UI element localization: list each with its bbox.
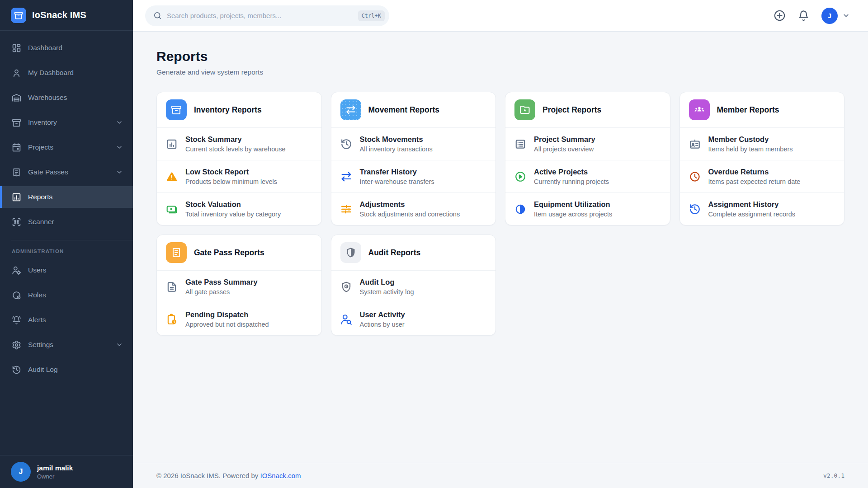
- sidebar-item-label: Scanner: [28, 218, 54, 226]
- card-title: Audit Reports: [368, 248, 421, 258]
- footer: © 2026 IoSnack IMS. Powered by IOSnack.c…: [133, 463, 868, 488]
- sliders-icon: [340, 203, 352, 215]
- card-header: Inventory Reports: [157, 92, 321, 128]
- users-group-icon: [689, 99, 710, 120]
- topbar: Ctrl+K J: [133, 0, 868, 32]
- user-name: jamil malik: [37, 464, 73, 472]
- report-link-low-stock[interactable]: Low Stock ReportProducts below minimum l…: [157, 160, 321, 193]
- sidebar-item-label: Settings: [28, 341, 53, 349]
- report-link-equipment-utilization[interactable]: Equipment UtilizationItem usage across p…: [505, 193, 670, 225]
- sidebar-item-alerts[interactable]: Alerts: [0, 309, 133, 331]
- sidebar-item-label: My Dashboard: [28, 69, 74, 77]
- report-link-overdue-returns[interactable]: Overdue ReturnsItems past expected retur…: [680, 160, 844, 193]
- sidebar-item-projects[interactable]: Projects: [0, 136, 133, 158]
- chevron-down-icon: [842, 12, 850, 19]
- play-circle-icon: [514, 171, 526, 183]
- sidebar-item-reports[interactable]: Reports: [0, 186, 133, 208]
- clipboard-clock-icon: [166, 314, 178, 325]
- bell-ring-icon: [12, 315, 21, 325]
- sidebar-item-label: Projects: [28, 143, 53, 151]
- card-title: Gate Pass Reports: [194, 248, 264, 258]
- card-title: Movement Reports: [368, 105, 440, 115]
- sidebar-item-dashboard[interactable]: Dashboard: [0, 37, 133, 59]
- quick-add-icon[interactable]: [774, 9, 786, 22]
- sidebar-item-audit-log[interactable]: Audit Log: [0, 359, 133, 380]
- iosnack-link[interactable]: IOSnack.com: [260, 472, 301, 479]
- scan-icon: [12, 217, 21, 227]
- report-link-assignment-history[interactable]: Assignment HistoryComplete assignment re…: [680, 193, 844, 225]
- archive-icon: [166, 99, 187, 120]
- sidebar-item-label: Users: [28, 266, 46, 274]
- report-link-project-summary[interactable]: Project SummaryAll projects overview: [505, 128, 670, 160]
- list-box-icon: [514, 138, 526, 150]
- alert-triangle-icon: [166, 171, 178, 183]
- card-header: Member Reports: [680, 92, 844, 128]
- report-cards-grid: Inventory Reports Stock SummaryCurrent s…: [156, 92, 844, 336]
- card-inventory-reports: Inventory Reports Stock SummaryCurrent s…: [156, 92, 322, 225]
- arrows-left-right-icon: [340, 171, 352, 183]
- folder-star-icon: [514, 99, 535, 120]
- card-title: Project Reports: [542, 105, 601, 115]
- warehouse-icon: [12, 93, 21, 103]
- avatar: J: [11, 462, 31, 482]
- sidebar-item-roles[interactable]: Roles: [0, 284, 133, 306]
- report-link-stock-movements[interactable]: Stock MovementsAll inventory transaction…: [331, 128, 496, 160]
- sidebar-item-settings[interactable]: Settings: [0, 334, 133, 356]
- search-shortcut-badge: Ctrl+K: [358, 10, 385, 21]
- pie-chart-icon: [514, 203, 526, 215]
- main-column: Ctrl+K J Reports Generate and view syste…: [133, 0, 868, 488]
- notifications-bell-icon[interactable]: [797, 9, 810, 22]
- report-link-gate-pass-summary[interactable]: Gate Pass SummaryAll gate passes: [157, 271, 321, 303]
- report-link-active-projects[interactable]: Active ProjectsCurrently running project…: [505, 160, 670, 193]
- history-icon: [12, 365, 21, 375]
- card-title: Inventory Reports: [194, 105, 262, 115]
- roles-badge-icon: [12, 291, 21, 300]
- app-name: IoSnack IMS: [32, 10, 86, 20]
- sidebar-item-scanner[interactable]: Scanner: [0, 211, 133, 233]
- file-text-icon: [166, 281, 178, 293]
- sidebar-item-my-dashboard[interactable]: My Dashboard: [0, 62, 133, 84]
- history-icon: [689, 203, 701, 215]
- sidebar: IoSnack IMS Dashboard My Dashboard Wareh…: [0, 0, 133, 488]
- report-link-member-custody[interactable]: Member CustodyItems held by team members: [680, 128, 844, 160]
- dashboard-icon: [12, 43, 21, 53]
- report-link-stock-summary[interactable]: Stock SummaryCurrent stock levels by war…: [157, 128, 321, 160]
- sidebar-item-label: Warehouses: [28, 94, 67, 102]
- report-link-transfer-history[interactable]: Transfer HistoryInter-warehouse transfer…: [331, 160, 496, 193]
- sidebar-user-card[interactable]: J jamil malik Owner: [0, 455, 133, 488]
- avatar: J: [821, 8, 838, 24]
- sidebar-item-gate-passes[interactable]: Gate Passes: [0, 161, 133, 183]
- chart-square-icon: [12, 192, 21, 202]
- search-icon: [153, 11, 162, 20]
- card-audit-reports: Audit Reports Audit LogSystem activity l…: [331, 235, 496, 336]
- report-link-audit-log[interactable]: Audit LogSystem activity log: [331, 271, 496, 303]
- report-link-pending-dispatch[interactable]: Pending DispatchApproved but not dispatc…: [157, 303, 321, 335]
- chart-column-icon: [166, 138, 178, 150]
- report-link-adjustments[interactable]: AdjustmentsStock adjustments and correct…: [331, 193, 496, 225]
- sidebar-item-inventory[interactable]: Inventory: [0, 112, 133, 133]
- card-header: Movement Reports: [331, 92, 496, 128]
- chevron-down-icon: [116, 119, 123, 126]
- app-logo[interactable]: IoSnack IMS: [0, 0, 133, 31]
- card-member-reports: Member Reports Member CustodyItems held …: [679, 92, 845, 225]
- search-input[interactable]: [167, 12, 353, 19]
- sidebar-section-administration: ADMINISTRATION: [0, 249, 133, 254]
- card-project-reports: Project Reports Project SummaryAll proje…: [505, 92, 670, 225]
- user-cog-icon: [12, 266, 21, 275]
- sidebar-item-warehouses[interactable]: Warehouses: [0, 87, 133, 108]
- sidebar-item-label: Alerts: [28, 316, 46, 324]
- card-gate-pass-reports: Gate Pass Reports Gate Pass SummaryAll g…: [156, 235, 322, 336]
- sidebar-item-users[interactable]: Users: [0, 259, 133, 281]
- report-link-stock-valuation[interactable]: Stock ValuationTotal inventory value by …: [157, 193, 321, 225]
- receipt-icon: [12, 168, 21, 177]
- report-link-user-activity[interactable]: User ActivityActions by user: [331, 303, 496, 335]
- card-header: Gate Pass Reports: [157, 235, 321, 271]
- account-menu[interactable]: J: [821, 8, 850, 24]
- reports-page: Reports Generate and view system reports…: [133, 32, 868, 463]
- calendar-icon: [12, 143, 21, 152]
- sidebar-item-label: Gate Passes: [28, 168, 68, 176]
- card-movement-reports: Movement Reports Stock MovementsAll inve…: [331, 92, 496, 225]
- app-logo-icon: [11, 8, 26, 23]
- page-title: Reports: [156, 49, 844, 64]
- global-search[interactable]: Ctrl+K: [145, 5, 389, 26]
